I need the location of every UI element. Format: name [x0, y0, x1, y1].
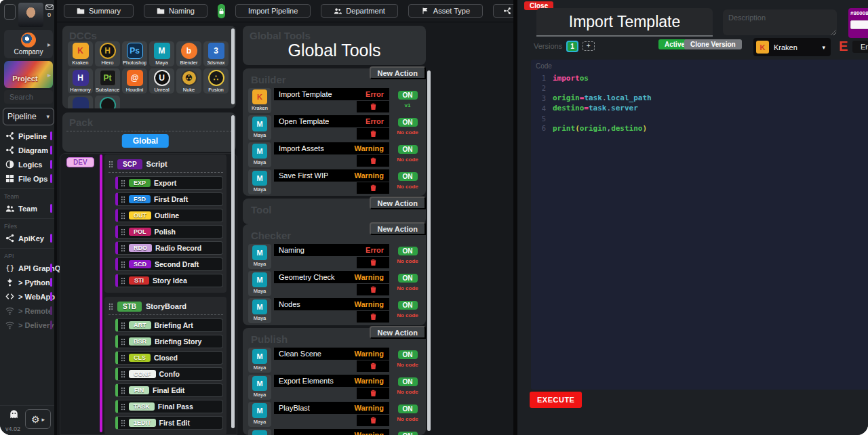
on-toggle[interactable]: ON [398, 432, 418, 435]
search-input[interactable] [4, 90, 53, 104]
delete-button[interactable] [357, 311, 389, 323]
status-item[interactable]: CLS Closed [115, 351, 223, 365]
dcc-tile[interactable]: 3 3dsmax [203, 41, 229, 66]
status-item[interactable]: ART Briefing Art [115, 318, 223, 332]
dcc-tile[interactable]: Ps Photoshop [122, 41, 147, 66]
delete-button[interactable] [357, 128, 389, 140]
code-editor[interactable]: Code 1 import os 2 [531, 60, 868, 390]
new-action-button[interactable]: New Action [370, 66, 427, 79]
on-toggle[interactable]: ON [398, 172, 418, 181]
tool-card[interactable]: M Maya PlayBlast Warning [248, 402, 423, 427]
collapse-button[interactable] [4, 4, 16, 20]
new-action-button[interactable]: New Action [370, 326, 427, 339]
tool-card[interactable]: M Maya Geometry Check Warning [248, 271, 423, 296]
clone-version-button[interactable]: Clone Version [684, 39, 742, 49]
on-toggle[interactable]: ON [398, 91, 418, 100]
drag-handle-icon[interactable] [121, 180, 125, 187]
status-item[interactable]: OUT Outline [115, 209, 223, 222]
on-toggle[interactable]: ON [398, 350, 418, 359]
dcc-tile[interactable] [95, 96, 120, 108]
version-number-badge[interactable]: 1 [566, 41, 578, 52]
dcc-scrollbar[interactable] [231, 28, 235, 104]
dcc-tile[interactable]: K Kraken [68, 41, 93, 66]
dcc-tile[interactable]: ☢ Nuke [176, 68, 201, 94]
topbar-tab[interactable]: Naming [144, 4, 208, 18]
dev-badge[interactable]: DEV [66, 157, 94, 167]
dcc-tile[interactable]: b Blender [176, 41, 201, 66]
tools-scrollbar[interactable] [427, 70, 431, 431]
delete-button[interactable] [357, 101, 389, 112]
dcc-tile[interactable]: ∴ Fusion [203, 68, 229, 94]
dcc-select[interactable]: K Kraken ▾ [753, 38, 831, 56]
drag-handle-icon[interactable] [121, 371, 125, 378]
add-version-button[interactable]: + [583, 41, 595, 51]
delete-button[interactable] [357, 388, 389, 399]
tool-card[interactable]: M Maya Import Assets Warning [248, 142, 423, 167]
status-item[interactable]: FIN Final Edit [115, 384, 223, 397]
delete-button[interactable] [357, 182, 389, 194]
topbar-tab-overflow[interactable] [493, 4, 513, 18]
drag-handle-icon[interactable] [121, 277, 125, 285]
tool-card[interactable]: M Maya Save First WIP Warning [248, 169, 423, 194]
status-item[interactable]: RDO Radio Record [115, 241, 223, 255]
drag-handle-icon[interactable] [121, 228, 125, 236]
drag-handle-icon[interactable] [121, 403, 125, 411]
delete-button[interactable] [357, 257, 389, 268]
status-item[interactable]: TASK Final Pass [115, 400, 223, 413]
tool-card[interactable]: M Maya Naming Error [248, 244, 423, 269]
tool-card[interactable]: M Maya Open Template Error [248, 115, 423, 140]
dcc-tile[interactable]: M Maya [149, 41, 174, 66]
sidebar-item[interactable]: API GraphQL [0, 261, 54, 275]
tool-card[interactable]: M Maya Warning [248, 429, 423, 435]
delete-button[interactable] [357, 155, 389, 167]
tool-card[interactable]: M Maya Export Elements Warning [248, 375, 423, 400]
avatar[interactable] [18, 3, 43, 27]
company-card[interactable]: Company ▸ [4, 30, 53, 58]
drag-handle-icon[interactable] [121, 338, 125, 346]
on-toggle[interactable]: ON [398, 274, 418, 283]
new-action-button[interactable]: New Action [370, 196, 427, 209]
status-item[interactable]: EXP Export [115, 176, 223, 190]
groups-scrollbar[interactable] [231, 115, 235, 428]
on-toggle[interactable]: ON [398, 377, 418, 386]
topbar-tab[interactable]: Summary [64, 4, 134, 18]
drag-handle-icon[interactable] [108, 161, 113, 168]
status-item[interactable]: CONF Confo [115, 367, 223, 381]
status-item[interactable]: POL Polish [115, 225, 223, 239]
dcc-tile[interactable]: Pt Substance [95, 68, 120, 94]
mail-widget[interactable]: 0 [45, 3, 54, 18]
group-header[interactable]: STB StoryBoard [108, 299, 223, 313]
status-item[interactable]: FSD First Draft [115, 192, 223, 206]
status-item[interactable]: SCD Second Draft [115, 257, 223, 271]
group-header[interactable]: SCP Script [108, 157, 223, 171]
delete-button[interactable] [357, 360, 389, 372]
sidebar-item[interactable]: ApiKey [0, 231, 54, 245]
color-picker[interactable]: #800080 [848, 8, 868, 38]
drag-handle-icon[interactable] [121, 322, 125, 329]
description-input[interactable] [723, 9, 837, 35]
tool-card[interactable]: M Maya Clean Scene Warning [248, 348, 423, 373]
drag-handle-icon[interactable] [121, 245, 125, 252]
status-item[interactable]: BSR Briefing Story [115, 335, 223, 348]
global-button[interactable]: Global [122, 134, 169, 148]
color-swatch[interactable] [850, 20, 868, 29]
execute-button[interactable]: EXECUTE [530, 392, 582, 408]
drag-handle-icon[interactable] [121, 261, 125, 268]
drag-handle-icon[interactable] [121, 419, 125, 427]
status-item[interactable]: STI Story Idea [115, 274, 223, 287]
on-toggle[interactable]: ON [398, 145, 418, 154]
new-action-button[interactable]: New Action [370, 222, 427, 235]
dcc-tile[interactable]: U Unreal [149, 68, 174, 94]
delete-button[interactable] [357, 284, 389, 295]
dcc-tile[interactable]: @ Houdini [122, 68, 147, 94]
delete-button[interactable] [357, 415, 389, 426]
topbar-tab[interactable]: Asset Type [408, 4, 483, 18]
topbar-tab[interactable]: Department [321, 4, 397, 18]
drag-handle-icon[interactable] [121, 212, 125, 220]
drag-handle-icon[interactable] [121, 196, 125, 203]
on-toggle[interactable]: ON [398, 301, 418, 310]
settings-button[interactable]: ⚙ ▸ [25, 409, 51, 429]
topbar-tab[interactable]: Import Pipeline [235, 4, 311, 18]
sidebar-item[interactable]: > Python [0, 275, 54, 289]
on-toggle[interactable]: ON [398, 118, 418, 127]
